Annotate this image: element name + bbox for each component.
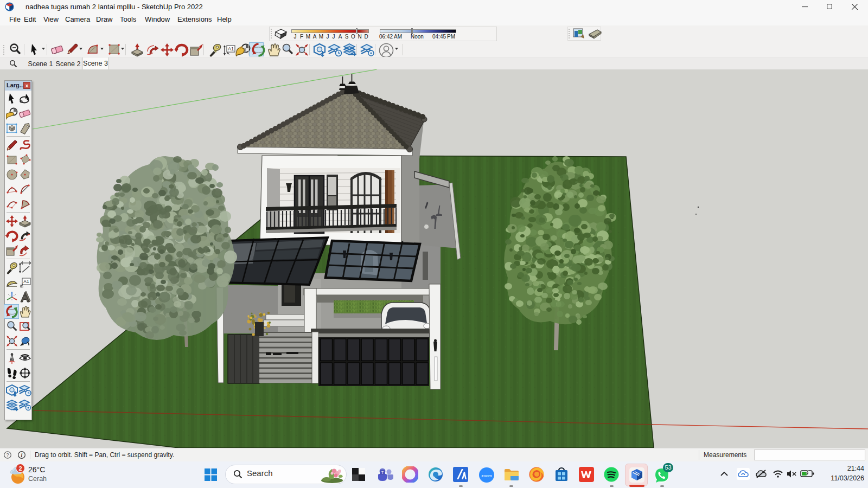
- svg-text:A1: A1: [228, 46, 234, 52]
- svg-text:i: i: [21, 452, 23, 458]
- svg-text:zoom: zoom: [481, 473, 492, 478]
- svg-text:A1: A1: [23, 279, 29, 284]
- svg-text:?: ?: [6, 452, 9, 458]
- svg-text:T: T: [381, 470, 384, 475]
